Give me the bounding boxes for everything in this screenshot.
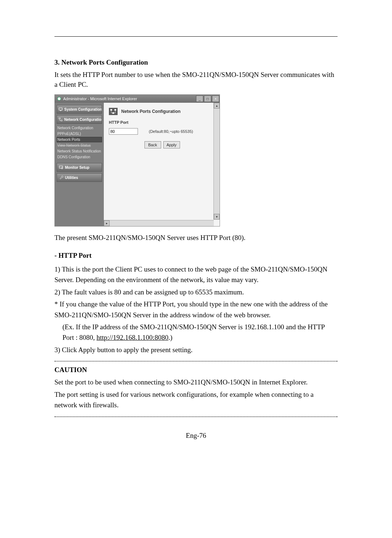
scroll-down-icon[interactable]: ▾ — [214, 214, 220, 220]
apply-button[interactable]: Apply — [163, 141, 180, 148]
scroll-up-icon[interactable]: ▴ — [214, 103, 220, 109]
window-titlebar: Administrator - Microsoft Internet Explo… — [55, 95, 220, 103]
sidebar: System Configuration Network Configurati… — [55, 103, 104, 226]
intro-paragraph: It sets the HTTP Port number to use when… — [54, 70, 338, 89]
button-row: Back Apply — [109, 141, 215, 148]
scroll-right-icon[interactable]: ▸ — [104, 220, 110, 226]
network-icon — [58, 117, 63, 122]
embedded-screenshot: Administrator - Microsoft Internet Explo… — [54, 94, 220, 227]
window-title: Administrator - Microsoft Internet Explo… — [63, 97, 137, 101]
sidebar-item-label: System Configuration — [64, 107, 102, 111]
sidebar-item-monitor-setup[interactable]: Monitor Setup — [57, 163, 102, 172]
svg-rect-8 — [114, 109, 116, 111]
back-button[interactable]: Back — [144, 141, 161, 148]
caution-paragraph-1: Set the port to be used when connecting … — [54, 377, 338, 387]
example-suffix: .) — [168, 334, 172, 341]
sidebar-sub-ddns-configuration[interactable]: DDNS Configuration — [57, 154, 102, 160]
svg-rect-7 — [110, 109, 112, 111]
dotted-separator — [54, 361, 338, 362]
monitor-setup-icon — [58, 165, 64, 170]
page-footer: Eng-76 — [54, 432, 338, 440]
caution-heading: CAUTION — [54, 366, 338, 374]
sidebar-sub-network-ports[interactable]: Network Ports — [57, 137, 102, 142]
http-port-input[interactable] — [109, 128, 138, 135]
svg-rect-2 — [60, 110, 61, 111]
dotted-separator — [54, 416, 338, 417]
sidebar-sub-network-configuration[interactable]: Network Configuration — [57, 125, 102, 131]
http-port-label: HTTP Port — [109, 120, 215, 125]
sidebar-item-utilities[interactable]: Utilities — [57, 173, 102, 182]
http-port-heading: - HTTP Port — [54, 252, 338, 260]
sidebar-sub-view-network-status[interactable]: View Network Status — [57, 143, 102, 148]
top-rule — [54, 36, 338, 37]
example-url: http://192.168.1.100:8080 — [97, 334, 168, 341]
maximize-button[interactable]: □ — [204, 95, 211, 102]
caution-paragraph-2: The port setting is used for various net… — [54, 389, 338, 411]
content-panel: Network Ports Configuration HTTP Port (D… — [104, 103, 220, 226]
sidebar-item-label: Monitor Setup — [65, 166, 89, 170]
close-button[interactable]: × — [212, 95, 219, 102]
http-port-point-1: 1) This is the port the Client PC uses t… — [54, 264, 338, 285]
http-port-point-3: 3) Click Apply button to apply the prese… — [54, 345, 338, 355]
horizontal-scrollbar[interactable]: ◂ ▸ — [104, 220, 214, 226]
http-port-example: (Ex. If the IP address of the SMO-211QN/… — [54, 322, 338, 343]
svg-point-0 — [58, 97, 61, 101]
content-title: Network Ports Configuration — [109, 108, 215, 115]
sidebar-item-network-configuration[interactable]: Network Configuration — [57, 115, 102, 124]
wrench-icon — [58, 175, 64, 180]
sidebar-item-label: Utilities — [65, 176, 78, 180]
ports-icon — [109, 108, 118, 115]
sidebar-item-label: Network Configuration — [64, 118, 102, 122]
svg-rect-5 — [60, 166, 63, 168]
http-port-row: (Default:80,~upto 65535) — [109, 128, 215, 135]
sidebar-item-system-configuration[interactable]: System Configuration — [57, 105, 102, 114]
svg-rect-3 — [59, 118, 61, 119]
sidebar-sub-pppoe[interactable]: PPPoE(ADSL) — [57, 131, 102, 136]
http-port-note: * If you change the value of the HTTP Po… — [54, 299, 338, 320]
content-title-text: Network Ports Configuration — [121, 109, 180, 114]
after-screenshot-note: The present SMO-211QN/SMO-150QN Server u… — [54, 233, 338, 243]
vertical-scrollbar[interactable]: ▴ ▾ — [213, 103, 220, 220]
http-port-hint: (Default:80,~upto 65535) — [149, 129, 193, 134]
ie-icon — [57, 97, 61, 101]
sidebar-sub-network-status-notification[interactable]: Network Status Notification — [57, 148, 102, 154]
monitor-icon — [58, 107, 63, 112]
section-heading: 3. Network Ports Configuration — [54, 58, 338, 66]
http-port-point-2: 2) The fault values is 80 and can be ass… — [54, 287, 338, 297]
svg-rect-4 — [61, 120, 62, 121]
svg-rect-1 — [59, 108, 62, 110]
minimize-button[interactable]: _ — [196, 95, 203, 102]
